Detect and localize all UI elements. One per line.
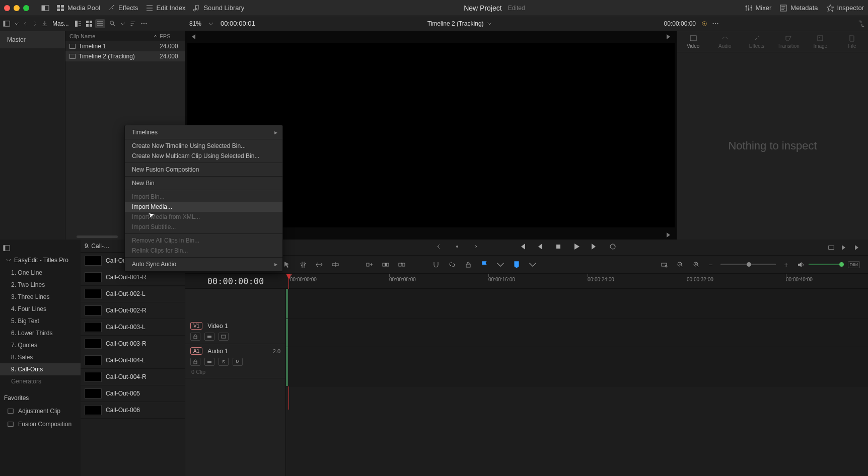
more-icon[interactable] [140, 20, 148, 27]
volume-slider[interactable] [809, 264, 844, 265]
category-item[interactable]: 8. Sales [0, 351, 81, 363]
chevron-down-icon[interactable] [14, 21, 19, 26]
category-item[interactable]: 5. Big Text [0, 315, 81, 327]
favorite-item[interactable]: Fusion Composition [0, 418, 81, 431]
context-menu-item[interactable]: Import Media... [125, 202, 282, 212]
metadata-button[interactable]: Metadata [779, 4, 818, 12]
video-track-header[interactable]: V1 Video 1 [185, 319, 285, 344]
view-thumb-icon[interactable] [84, 19, 94, 28]
marker-opts-chevron[interactable] [529, 261, 537, 269]
preset-item[interactable]: Call-Out-003-R [81, 336, 185, 352]
zoom-out[interactable]: − [708, 261, 712, 269]
generators-category[interactable]: Generators [0, 375, 81, 387]
context-menu-item[interactable]: New Fusion Composition [125, 165, 282, 175]
go-start-icon[interactable] [518, 243, 526, 252]
nav-back-icon[interactable] [23, 21, 28, 26]
timeline-ruler[interactable]: 00:00:00:0000:00:08:0000:00:16:0000:00:2… [286, 274, 868, 288]
clip-row[interactable]: Timeline 2 (Tracking) 24.000 [65, 51, 185, 61]
inspector-tab-audio[interactable]: Audio [709, 31, 741, 52]
inspector-button[interactable]: Inspector [826, 4, 864, 12]
favorite-item[interactable]: Adjustment Clip [0, 405, 81, 418]
zoom-slider[interactable] [720, 264, 776, 265]
next-clip-icon[interactable] [471, 243, 478, 252]
preset-item[interactable]: Call-Out-002-L [81, 286, 185, 302]
timecode-right[interactable]: 00:00:00:00 [664, 20, 696, 27]
volume-icon[interactable] [797, 261, 805, 269]
next-marker-icon[interactable] [841, 244, 848, 251]
step-back-icon[interactable] [536, 243, 544, 252]
view-list-icon[interactable] [95, 19, 105, 28]
inspector-tab-effects[interactable]: Effects [741, 31, 772, 52]
preset-item[interactable]: Call-Out-004-L [81, 352, 185, 369]
track-lock-icon[interactable] [190, 333, 200, 341]
panel-toggle-icon[interactable] [3, 245, 10, 252]
inspector-tab-image[interactable]: Image [805, 31, 836, 52]
viewer-title[interactable]: Timeline 2 (Tracking) [427, 20, 484, 27]
overwrite-clip-icon[interactable] [382, 261, 390, 269]
layout-icon[interactable] [41, 4, 49, 12]
dim-button[interactable]: DIM [848, 261, 860, 268]
timecode-left[interactable]: 00:00:00:01 [221, 20, 255, 27]
track-enable-icon[interactable] [219, 333, 229, 341]
zoom-to-fit-icon[interactable] [660, 261, 668, 269]
loop-icon[interactable] [609, 243, 617, 252]
go-end-icon[interactable] [591, 243, 599, 252]
snap-icon[interactable] [432, 261, 440, 269]
category-item[interactable]: 1. One Line [0, 267, 81, 279]
auto-select-icon[interactable] [204, 358, 214, 366]
sound-library-button[interactable]: Sound Library [192, 4, 244, 12]
inspector-tab-file[interactable]: File [836, 31, 868, 52]
context-menu-item[interactable]: Create New Timeline Using Selected Bin..… [125, 141, 282, 151]
context-menu-item[interactable]: Timelines▸ [125, 127, 282, 137]
search-icon[interactable] [109, 20, 116, 27]
bin-master[interactable]: Master [0, 31, 65, 48]
zoom-in[interactable]: + [784, 261, 788, 269]
search-opts-chevron[interactable] [120, 21, 125, 26]
category-item[interactable]: 4. Four Lines [0, 303, 81, 315]
preset-item[interactable]: Call-Out-002-R [81, 302, 185, 319]
viewer-title-chevron[interactable] [487, 21, 492, 26]
zoom-chevron[interactable] [208, 21, 213, 26]
media-pool-button[interactable]: Media Pool [56, 4, 100, 12]
sort-icon[interactable] [129, 20, 136, 27]
current-bin[interactable]: Mas... [52, 20, 69, 27]
flag-opts-chevron[interactable] [496, 261, 504, 269]
viewer-zoom[interactable]: 81% [189, 20, 201, 27]
blade-tool-icon[interactable] [331, 261, 339, 269]
clip-row[interactable]: Timeline 1 24.000 [65, 41, 185, 51]
stop-icon[interactable] [554, 243, 562, 252]
replace-clip-icon[interactable] [398, 261, 406, 269]
maximize-window[interactable] [23, 5, 29, 11]
inspector-tab-transition[interactable]: Transition [773, 31, 805, 52]
edit-index-button[interactable]: Edit Index [146, 4, 186, 12]
track-lock-icon[interactable] [190, 358, 200, 366]
next-edit-icon[interactable] [666, 231, 673, 239]
import-icon[interactable] [41, 20, 48, 27]
category-item[interactable]: 6. Lower Thirds [0, 327, 81, 339]
inspector-tab-video[interactable]: Video [677, 31, 709, 52]
scrollbar[interactable] [77, 235, 118, 238]
auto-select-icon[interactable] [204, 333, 214, 341]
sidebar-toggle-icon[interactable] [3, 20, 10, 27]
link-icon[interactable] [448, 261, 456, 269]
selection-tool-icon[interactable] [283, 261, 291, 269]
category-item[interactable]: 7. Quotes [0, 339, 81, 351]
bypass-icon[interactable] [701, 20, 708, 27]
close-window[interactable] [4, 5, 10, 11]
a1-badge[interactable]: A1 [190, 347, 202, 355]
prev-clip-icon[interactable] [437, 243, 444, 252]
jog-center-icon[interactable] [454, 243, 461, 252]
prev-edit-icon[interactable] [189, 33, 196, 40]
context-menu-item[interactable]: New Bin [125, 178, 282, 188]
timeline-timecode[interactable]: 00:00:00:00 [185, 276, 286, 286]
col-clip-name[interactable]: Clip Name [65, 33, 160, 39]
context-menu-item[interactable]: Auto Sync Audio▸ [125, 259, 282, 269]
next-edit-icon-top[interactable] [666, 33, 673, 40]
expand-inspector-icon[interactable] [858, 20, 865, 27]
v1-badge[interactable]: V1 [190, 322, 202, 330]
category-item[interactable]: 9. Call-Outs [0, 363, 81, 375]
view-metadata-icon[interactable] [73, 19, 83, 28]
play-icon[interactable] [572, 243, 581, 252]
solo-button[interactable]: S [219, 358, 229, 366]
preset-item[interactable]: Call-Out-004-R [81, 369, 185, 385]
